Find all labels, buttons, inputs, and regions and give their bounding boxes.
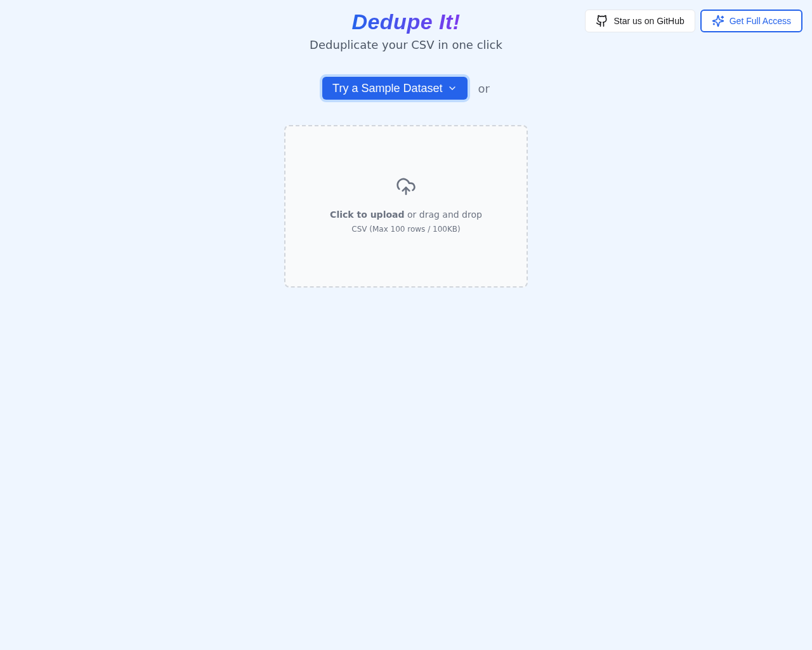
upload-dropzone[interactable]: Click to upload or drag and drop CSV (Ma… bbox=[284, 125, 528, 288]
upload-bold-text: Click to upload bbox=[330, 209, 404, 220]
or-separator: or bbox=[478, 82, 489, 95]
upload-primary-text: Click to upload or drag and drop bbox=[330, 209, 482, 220]
sparkles-icon bbox=[712, 15, 724, 27]
cloud-upload-icon bbox=[396, 176, 416, 209]
header-buttons: Star us on GitHub Get Full Access bbox=[585, 10, 802, 32]
app-logo: Dedupe It! bbox=[351, 10, 460, 34]
github-star-button[interactable]: Star us on GitHub bbox=[585, 10, 695, 32]
main-container: Dedupe It! Deduplicate your CSV in one c… bbox=[0, 0, 812, 297]
upload-zone-inner: Click to upload or drag and drop CSV (Ma… bbox=[330, 164, 482, 249]
app-tagline: Deduplicate your CSV in one click bbox=[310, 38, 502, 51]
sample-row: Try a Sample Dataset or bbox=[322, 77, 490, 100]
chevron-down-icon bbox=[447, 83, 457, 93]
upload-hint-text: CSV (Max 100 rows / 100KB) bbox=[351, 225, 460, 234]
actions-section: Try a Sample Dataset or bbox=[284, 77, 528, 288]
get-full-access-label: Get Full Access bbox=[730, 16, 791, 26]
get-full-access-button[interactable]: Get Full Access bbox=[700, 10, 802, 32]
github-icon bbox=[596, 15, 608, 27]
github-star-label: Star us on GitHub bbox=[613, 16, 684, 26]
try-sample-dataset-label: Try a Sample Dataset bbox=[332, 82, 442, 95]
upload-rest-text: or drag and drop bbox=[405, 209, 482, 220]
try-sample-dataset-button[interactable]: Try a Sample Dataset bbox=[322, 77, 468, 100]
